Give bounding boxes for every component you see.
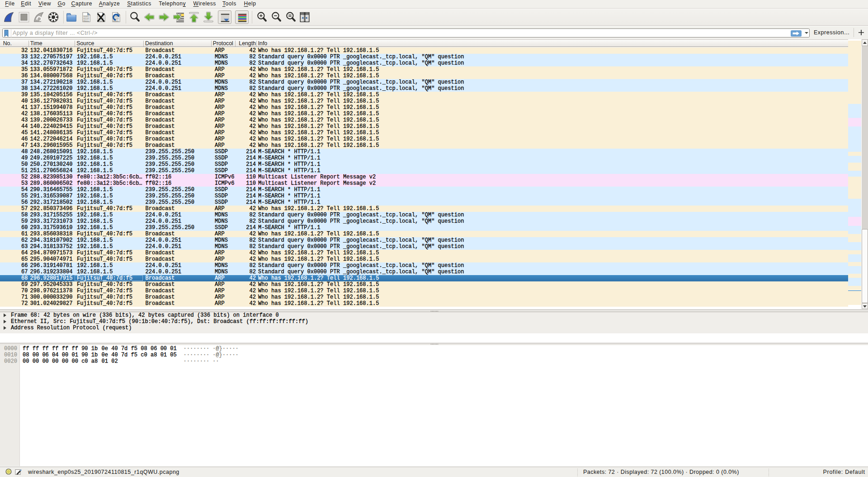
svg-text:0111: 0111 [113, 20, 119, 22]
svg-text:0111: 0111 [84, 20, 89, 22]
